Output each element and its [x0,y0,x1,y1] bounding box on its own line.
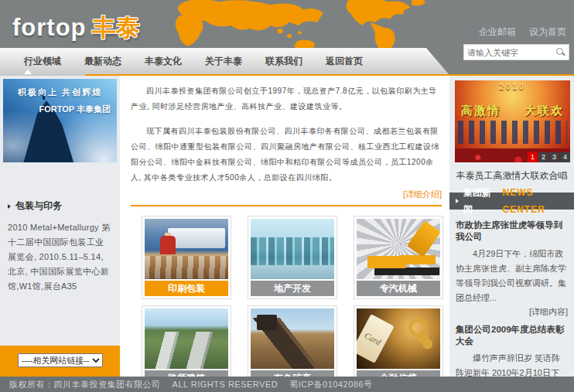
news-header-cn: 集团新闻 [463,184,498,218]
choir-silhouettes [458,121,567,144]
highway-photo [145,308,228,369]
carousel-caption[interactable]: 丰泰员工高激情大联欢合唱 [449,169,574,182]
bullet-arrow-icon [456,199,459,203]
page-2-button[interactable]: 2 [538,152,548,162]
section-title: 包装与印务 [8,199,112,213]
stage-banner-left: 高激情 [461,104,501,118]
site-footer: 版权所有：四川丰泰投资集团有限公司 ALL RIGHTS RESERVED 蜀I… [0,377,574,392]
truck-photo [357,219,440,279]
nav-item-home[interactable]: 返回首页 [326,55,363,68]
exhibition-text: 2010 Metal+Metallurgy 第十二届中国国际包装工业展览会, 2… [8,220,112,294]
card-graphic: Card [357,314,395,363]
right-sidebar: 2010 高激情 大联欢 1 2 3 4 丰泰员工高激情大联欢合唱 集团新闻 N… [449,76,574,377]
main-content: 四川丰泰投资集团有限公司创立于1997年，现总资产7.8亿元，以包装印刷为主导产… [120,76,449,377]
real-estate-photo [251,219,334,279]
industry-tiles: 印刷包装 地产开发 专汽机械 路桥建筑 有色矿产 [142,216,442,389]
search-box [463,44,569,60]
mining-photo [251,308,334,369]
header-utility-links: 企业邮箱 设为首页 [468,26,566,39]
finance-photo: Card [357,308,440,369]
logo-latin-text: fortop [12,14,87,41]
fortop-homepage: fortop丰泰 企业邮箱 设为首页 行业领域 最新动态 丰泰文化 关于丰泰 联… [0,0,574,392]
detail-intro-link[interactable]: [详细介绍] [131,189,442,200]
logo-chinese-text: 丰泰 [92,14,140,41]
left-sidebar: 积极向上 共创辉煌 FORTOP 丰泰集团 包装与印务 2010 Metal+M… [0,76,120,377]
company-logo[interactable]: fortop丰泰 [12,12,140,44]
main-navigation: 行业领域 最新动态 丰泰文化 关于丰泰 联系我们 返回首页 [0,48,453,74]
link-enterprise-mail[interactable]: 企业邮箱 [479,26,516,37]
nav-item-news[interactable]: 最新动态 [84,55,121,68]
site-header: fortop丰泰 企业邮箱 设为首页 行业领域 最新动态 丰泰文化 关于丰泰 联… [0,0,574,74]
news-more-link[interactable]: [详细内容] [456,306,568,318]
active-nav-pointer-icon [24,70,32,74]
page-3-button[interactable]: 3 [549,152,559,162]
nav-item-about[interactable]: 关于丰泰 [205,55,242,68]
nav-item-industries[interactable]: 行业领域 [24,55,61,68]
stage-banner-right: 大联欢 [524,104,564,118]
banner-slogan: 积极向上 共创辉煌 [3,87,117,98]
news-center-header: 集团新闻 NEWS CENTER [449,193,574,210]
search-input[interactable] [464,45,557,60]
stage-year-text: 2010 [455,83,570,91]
page-4-button[interactable]: 4 [560,152,570,162]
link-set-homepage[interactable]: 设为首页 [529,26,566,37]
carousel-pagination: 1 2 3 4 [527,152,570,162]
copyright-text: 版权所有：四川丰泰投资集团有限公司 ALL RIGHTS RESERVED 蜀I… [9,380,373,389]
page-1-button[interactable]: 1 [528,152,538,162]
related-links-block: ----相关网站链接---- [0,346,120,377]
world-map-icon [130,0,439,54]
orange-divider [131,205,442,206]
news-title[interactable]: 市政协主席张世虎等领导到我公司 [456,220,568,243]
bullet-arrow-icon [8,204,11,209]
tile-label: 印刷包装 [145,281,228,296]
intro-paragraph-2: 现下属有四川丰泰包装股份有限公司、四川丰泰印务有限公司、成都若兰包装有限公司、绵… [131,124,442,186]
news-item: 市政协主席张世虎等领导到我公司 4月29日下午，绵阳市政协主席张世虎、副主席陈友… [456,220,568,318]
banner-brand: FORTOP 丰泰集团 [39,104,111,115]
tile-label: 地产开发 [251,281,334,296]
sidebar-banner-photo: 积极向上 共创辉煌 FORTOP 丰泰集团 [3,79,117,162]
packaging-print-section: 包装与印务 2010 Metal+Metallurgy 第十二届中国国际包装工业… [0,199,120,294]
search-icon[interactable] [556,48,563,55]
tile-label: 专汽机械 [357,281,440,296]
tile-printing-packaging[interactable]: 印刷包装 [142,216,231,299]
news-header-en: NEWS CENTER [503,184,574,218]
nav-item-contact[interactable]: 联系我们 [265,55,302,68]
related-links-select[interactable]: ----相关网站链接---- [18,353,103,367]
news-carousel-photo[interactable]: 2010 高激情 大联欢 1 2 3 4 [455,80,570,162]
news-list: 市政协主席张世虎等领导到我公司 4月29日下午，绵阳市政协主席张世虎、副主席陈友… [449,210,574,392]
intro-paragraph-1: 四川丰泰投资集团有限公司创立于1997年，现总资产7.8亿元，以包装印刷为主导产… [131,84,442,114]
nav-item-culture[interactable]: 丰泰文化 [145,55,182,68]
tile-special-vehicles[interactable]: 专汽机械 [354,216,443,299]
printing-photo [145,219,228,279]
tile-real-estate[interactable]: 地产开发 [248,216,337,299]
news-excerpt: 4月29日下午，绵阳市政协主席张世虎、副主席陈友学等领导到我公司视察调研。集团总… [456,247,568,305]
news-title[interactable]: 集团公司2009年度总结表彰大会 [456,324,568,347]
